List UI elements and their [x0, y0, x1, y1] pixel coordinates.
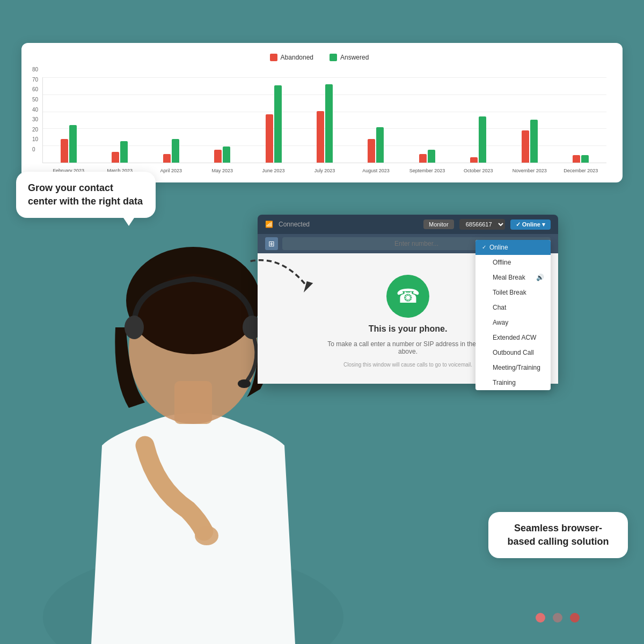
month-group: March 2023 [94, 77, 145, 163]
bar-abandoned [61, 139, 68, 163]
bar-answered [530, 120, 538, 163]
bar-abandoned [368, 139, 375, 163]
month-label: November 2023 [513, 168, 547, 173]
bar-answered [120, 141, 128, 163]
svg-point-7 [195, 526, 218, 545]
phone-subtitle: To make a call enter a number or SIP add… [327, 340, 488, 355]
bar-answered [479, 116, 486, 163]
y-axis: 0 10 20 30 40 50 60 70 80 [32, 67, 38, 163]
legend-abandoned-label: Abandoned [281, 54, 313, 61]
monitor-button[interactable]: Monitor [423, 219, 454, 229]
bar-abandoned [317, 111, 324, 163]
abandoned-color-dot [270, 54, 277, 61]
chart-area: 0 10 20 30 40 50 60 70 80 February 2023M… [32, 67, 606, 163]
legend-abandoned: Abandoned [270, 54, 313, 61]
dropdown-item[interactable]: Meeting/Training [475, 360, 551, 375]
legend-answered: Answered [330, 54, 369, 61]
svg-point-6 [238, 379, 251, 388]
month-group: July 2023 [299, 77, 350, 163]
month-label: October 2023 [464, 168, 493, 173]
month-group: November 2023 [504, 77, 555, 163]
dropdown-item-label: Chat [493, 304, 506, 311]
month-label: December 2023 [564, 168, 598, 173]
bar-answered [376, 127, 384, 163]
dropdown-item[interactable]: Away [475, 315, 551, 330]
bar-abandoned [470, 157, 478, 163]
bar-answered [428, 150, 435, 163]
bar-abandoned [573, 155, 580, 163]
dropdown-item-label: Training [493, 379, 516, 386]
status-dropdown-wrapper: ✓ Online ▾ ✓OnlineOfflineMeal Break🔊Toil… [510, 219, 551, 230]
phone-note: Closing this window will cause calls to … [343, 362, 472, 368]
bar-answered [274, 85, 282, 163]
legend-answered-label: Answered [340, 54, 369, 61]
dropdown-item[interactable]: Extended ACW [475, 330, 551, 345]
bars-wrapper: February 2023March 2023April 2023May 202… [42, 77, 606, 163]
callout-right-text: Seamless browser-based calling solution [507, 523, 609, 547]
month-group: October 2023 [453, 77, 504, 163]
dropdown-item-label: Offline [493, 259, 511, 266]
month-group: August 2023 [350, 77, 401, 163]
dropdown-item[interactable]: Offline [475, 255, 551, 270]
bar-abandoned [266, 114, 273, 163]
svg-point-3 [126, 247, 260, 354]
bar-abandoned [419, 154, 427, 163]
phone-icon-circle: ☎ [386, 275, 429, 318]
pagination-dot[interactable] [553, 613, 562, 623]
bar-answered [223, 147, 230, 163]
month-label: September 2023 [409, 168, 445, 173]
chart-legend: Abandoned Answered [32, 54, 606, 61]
bar-answered [325, 84, 333, 163]
answered-color-dot [330, 54, 337, 61]
dropdown-item[interactable]: Chat [475, 300, 551, 315]
dropdown-item-label: Meeting/Training [493, 364, 540, 371]
status-dropdown-menu: ✓OnlineOfflineMeal Break🔊Toilet BreakCha… [475, 240, 551, 390]
dropdown-item-label: Online [489, 244, 508, 251]
pagination-dot[interactable] [536, 613, 545, 623]
status-selected[interactable]: ✓ Online ▾ [510, 219, 551, 230]
svg-point-4 [125, 316, 144, 339]
month-group: December 2023 [555, 77, 606, 163]
phone-title: This is your phone. [369, 324, 448, 334]
phone-app: 📶 Connected Monitor 68566617 ✓ Online ▾ … [258, 215, 558, 384]
month-group: April 2023 [145, 77, 196, 163]
phone-app-header: 📶 Connected Monitor 68566617 ✓ Online ▾ … [258, 215, 558, 234]
dropdown-item[interactable]: Outbound Call [475, 345, 551, 360]
signal-icon: 📶 [265, 221, 273, 228]
connected-status: Connected [279, 221, 418, 228]
agent-id-select[interactable]: 68566617 [459, 219, 505, 230]
speaker-icon: 🔊 [536, 274, 544, 281]
dropdown-item-label: Away [493, 319, 508, 326]
dropdown-item-label: Meal Break [493, 274, 525, 281]
bar-answered [172, 139, 179, 163]
dropdown-item[interactable]: ✓Online [475, 240, 551, 255]
dropdown-item[interactable]: Toilet Break [475, 285, 551, 300]
month-group: February 2023 [43, 77, 94, 163]
grid-icon[interactable]: ⊞ [265, 237, 278, 250]
month-label: August 2023 [362, 168, 390, 173]
dashed-arrow [244, 252, 319, 295]
dropdown-item-label: Extended ACW [493, 334, 536, 341]
bar-answered [69, 125, 77, 163]
dropdown-item-label: Outbound Call [493, 349, 534, 356]
month-group: May 2023 [196, 77, 247, 163]
bar-abandoned [522, 130, 529, 163]
month-group: September 2023 [401, 77, 452, 163]
pagination-dot[interactable] [570, 613, 580, 623]
dropdown-item[interactable]: Meal Break🔊 [475, 270, 551, 285]
bar-answered [581, 155, 589, 163]
check-icon: ✓ [482, 244, 486, 250]
dropdown-item-label: Toilet Break [493, 289, 526, 296]
dropdown-item[interactable]: Training [475, 375, 551, 390]
month-group: June 2023 [248, 77, 299, 163]
callout-right: Seamless browser-based calling solution [488, 512, 628, 558]
dots-container [536, 613, 580, 623]
